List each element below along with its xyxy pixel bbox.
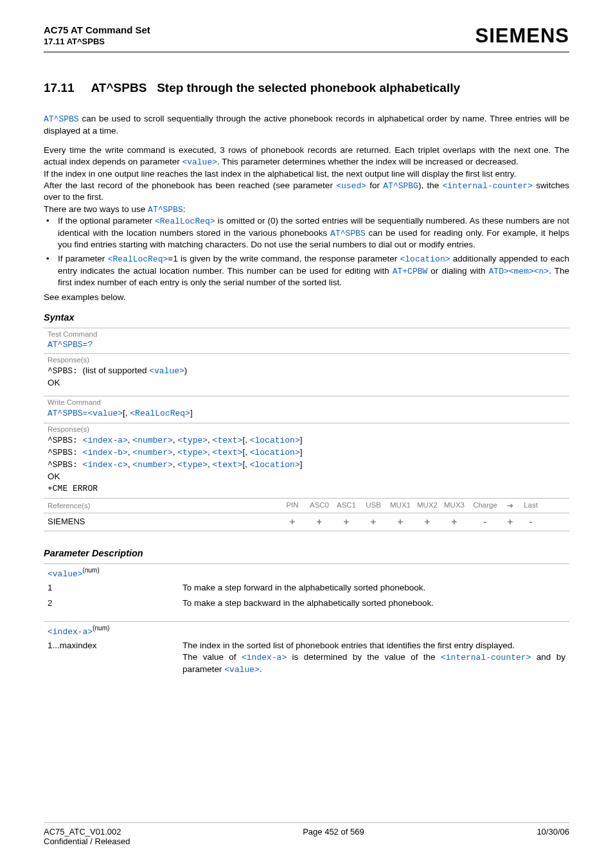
reference-header-row: Reference(s) PIN ASC0 ASC1 USB MUX1 MUX2…: [44, 498, 569, 513]
atspbg-link[interactable]: AT^SPBG: [383, 181, 418, 191]
response-label-2: Response(s): [48, 425, 565, 433]
param-num-sup: (num): [83, 567, 100, 574]
intro-paragraph-2: Every time the write command is executed…: [44, 145, 569, 168]
param-value-block: <value>(num) 1 To make a step forward in…: [44, 563, 569, 614]
val-mux1: +: [387, 516, 414, 527]
reallocreq-link-3[interactable]: <RealLocReq>: [130, 409, 190, 418]
col-mux3: MUX3: [441, 501, 468, 510]
page-header: AC75 AT Command Set 17.11 AT^SPBS SIEMEN…: [44, 24, 569, 48]
val-last: -: [518, 516, 544, 527]
val-mux2: +: [414, 516, 441, 527]
test-command: AT^SPBS=?: [48, 339, 565, 351]
index-a-link-2[interactable]: <index-a>: [242, 653, 287, 662]
reference-value: SIEMENS: [48, 517, 279, 526]
footer-page: Page 452 of 569: [303, 827, 364, 846]
number-link[interactable]: <number>: [132, 436, 172, 445]
val-charge: -: [468, 516, 502, 527]
atcpbw-link[interactable]: AT+CPBW: [393, 267, 428, 276]
index-b-link[interactable]: <index-b>: [83, 448, 128, 457]
reallocreq-link-2[interactable]: <RealLocReq>: [108, 254, 168, 264]
intro-paragraph-3: If the index in one output line reaches …: [44, 168, 569, 180]
col-asc0: ASC0: [306, 501, 333, 510]
col-last: Last: [518, 501, 544, 510]
write-command: AT^SPBS=<value>[, <RealLocReq>]: [48, 407, 565, 420]
internal-counter-link-2[interactable]: <internal-counter>: [441, 653, 531, 662]
number-link-2[interactable]: <number>: [132, 448, 172, 457]
param-value-1-desc: To make a step forward in the alphabetic…: [182, 582, 565, 594]
atd-link[interactable]: ATD><mem><n>: [489, 267, 549, 276]
val-asc0: +: [306, 516, 333, 527]
param-value-2: 2: [48, 598, 182, 609]
footer-version: AC75_ATC_V01.002: [44, 827, 130, 837]
number-link-3[interactable]: <number>: [132, 460, 172, 470]
param-value-name: <value>: [48, 569, 83, 578]
intro-paragraph-5: There are two ways to use AT^SPBS:: [44, 204, 569, 216]
bullet-1: If the optional parameter <RealLocReq> i…: [44, 215, 569, 251]
response-label: Response(s): [48, 356, 565, 364]
reference-label: Reference(s): [48, 502, 279, 509]
doc-subtitle: 17.11 AT^SPBS: [44, 37, 150, 46]
text-link-3[interactable]: <text>: [213, 460, 243, 470]
footer-date: 10/30/06: [537, 827, 569, 846]
atspbs-link[interactable]: AT^SPBS: [44, 114, 79, 124]
param-indexa-name: <index-a>: [48, 626, 93, 636]
text-link-2[interactable]: <text>: [213, 448, 243, 457]
col-mux1: MUX1: [387, 501, 414, 510]
param-num-sup-2: (num): [93, 624, 109, 632]
col-pin: PIN: [279, 501, 306, 510]
syntax-heading: Syntax: [44, 312, 569, 323]
intro-paragraph-4: After the last record of the phonebook h…: [44, 180, 569, 204]
text-link[interactable]: <text>: [213, 436, 243, 445]
col-usb: USB: [360, 501, 387, 510]
reallocreq-link[interactable]: <RealLocReq>: [155, 217, 215, 226]
test-command-block: Test Command AT^SPBS=?: [44, 328, 569, 353]
location-link-2[interactable]: <location>: [250, 436, 300, 445]
col-mux2: MUX2: [414, 501, 441, 510]
col-charge: Charge: [468, 501, 502, 510]
see-examples: See examples below.: [44, 292, 569, 303]
test-command-label: Test Command: [48, 330, 565, 338]
type-link-2[interactable]: <type>: [177, 448, 208, 457]
param-indexa-range: 1...maxindex: [48, 640, 182, 675]
index-c-link[interactable]: <index-c>: [83, 460, 128, 470]
location-link-4[interactable]: <location>: [250, 460, 300, 470]
write-command-block: Write Command AT^SPBS=<value>[, <RealLoc…: [44, 396, 569, 422]
val-arrow: +: [502, 516, 518, 527]
test-response: ^SPBS: (list of supported <value>) OK: [48, 365, 565, 389]
col-arrow-icon: ➔: [502, 501, 518, 510]
intro-paragraph-1: AT^SPBS can be used to scroll sequential…: [44, 113, 569, 137]
write-response: ^SPBS: <index-a>, <number>, <type>, <tex…: [48, 434, 565, 495]
bullet-2: If parameter <RealLocReq>=1 is given by …: [44, 253, 569, 288]
val-usb: +: [360, 516, 387, 527]
used-link[interactable]: <used>: [336, 181, 366, 191]
type-link-3[interactable]: <type>: [177, 460, 208, 470]
param-indexa-block: <index-a>(num) 1...maxindex The index in…: [44, 621, 569, 680]
doc-title: AC75 AT Command Set: [44, 24, 150, 35]
param-desc-heading: Parameter Description: [44, 548, 569, 558]
location-link-3[interactable]: <location>: [250, 448, 300, 457]
atspbs-link-2[interactable]: AT^SPBS: [148, 205, 183, 215]
footer-confidential: Confidential / Released: [44, 837, 130, 846]
section-heading: 17.11 AT^SPBS Step through the selected …: [44, 81, 569, 95]
index-a-link[interactable]: <index-a>: [83, 436, 128, 445]
header-rule: [44, 51, 569, 53]
internal-counter-link[interactable]: <internal-counter>: [443, 181, 533, 191]
atspbs-link-3[interactable]: AT^SPBS: [330, 229, 366, 238]
value-link-3[interactable]: <value>: [87, 409, 123, 418]
val-mux3: +: [441, 516, 468, 527]
test-response-block: Response(s) ^SPBS: (list of supported <v…: [44, 353, 569, 392]
type-link[interactable]: <type>: [177, 436, 208, 445]
value-link[interactable]: <value>: [182, 157, 217, 167]
section-title: AT^SPBS Step through the selected phoneb…: [91, 81, 461, 95]
param-indexa-desc: The index in the sorted list of phoneboo…: [182, 640, 565, 675]
write-command-label: Write Command: [48, 398, 565, 406]
val-asc1: +: [333, 516, 360, 527]
write-response-block: Response(s) ^SPBS: <index-a>, <number>, …: [44, 423, 569, 498]
value-link-2[interactable]: <value>: [149, 366, 184, 376]
val-pin: +: [279, 516, 306, 527]
reference-value-row: SIEMENS + + + + + + + - + -: [44, 513, 569, 531]
param-value-1: 1: [48, 582, 182, 594]
col-asc1: ASC1: [333, 501, 360, 510]
value-link-4[interactable]: <value>: [224, 665, 260, 675]
location-link[interactable]: <location>: [400, 254, 450, 264]
